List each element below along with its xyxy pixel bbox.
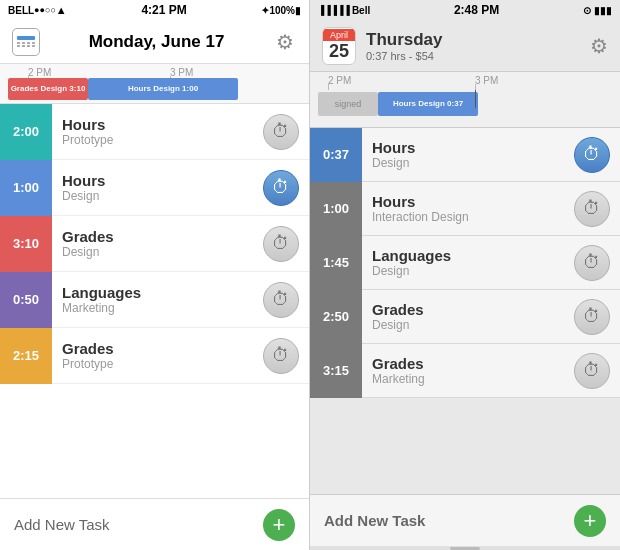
task-name-r5: Grades: [372, 355, 574, 372]
task-badge-2: 1:00: [0, 160, 52, 216]
date-badge: April 25: [322, 27, 356, 65]
tl-label-3pm-right: 3 PM: [475, 75, 498, 86]
tl-tick-right-1: [328, 84, 329, 90]
task-info-r3: Languages Design: [362, 247, 574, 278]
task-name-r2: Hours: [372, 193, 574, 210]
scrollbar-indicator: [310, 546, 620, 550]
date-title: Monday, June 17: [89, 32, 225, 52]
tl-signed: signed: [318, 92, 378, 116]
settings-icon-right: ⊙: [583, 5, 591, 16]
task-item-right[interactable]: 3:15 Grades Marketing ⏱: [310, 344, 620, 398]
task-name-r3: Languages: [372, 247, 574, 264]
task-info-r2: Hours Interaction Design: [362, 193, 574, 224]
task-sub-r5: Marketing: [372, 372, 574, 386]
tl-tick-3pm: [475, 90, 476, 108]
task-info-2: Hours Design: [52, 172, 263, 203]
battery-left: 100%: [269, 5, 295, 16]
cal-top: [17, 36, 35, 40]
clock-btn-4[interactable]: ⏱: [263, 282, 299, 318]
task-sub-3: Design: [62, 245, 263, 259]
task-name-2: Hours: [62, 172, 263, 189]
task-name-4: Languages: [62, 284, 263, 301]
task-badge-3: 3:10: [0, 216, 52, 272]
task-info-3: Grades Design: [52, 228, 263, 259]
task-item-right[interactable]: 1:45 Languages Design ⏱: [310, 236, 620, 290]
task-badge-1: 2:00: [0, 104, 52, 160]
time-right: 2:48 PM: [454, 3, 499, 17]
battery-right: ▮▮▮: [594, 5, 612, 16]
timeline-bar-left: 2 PM 3 PM Grades Design 3:10 Hours Desig…: [0, 64, 309, 104]
task-sub-r3: Design: [372, 264, 574, 278]
tl-event-hours-right: Hours Design 0:37: [378, 92, 478, 116]
day-name: Thursday: [366, 30, 580, 50]
clock-btn-r3[interactable]: ⏱: [574, 245, 610, 281]
task-sub-r4: Design: [372, 318, 574, 332]
clock-btn-2[interactable]: ⏱: [263, 170, 299, 206]
gear-icon-left[interactable]: ⚙: [273, 30, 297, 54]
task-item-right[interactable]: 2:50 Grades Design ⏱: [310, 290, 620, 344]
task-sub-1: Prototype: [62, 133, 263, 147]
task-item-right[interactable]: 0:37 Hours Design ⏱: [310, 128, 620, 182]
cal-grid: [17, 42, 36, 47]
tl-event-grades-left: Grades Design 3:10: [8, 78, 88, 100]
carrier-right: Bell: [352, 5, 370, 16]
left-panel: BELL ●●○○ ▲ 4:21 PM ✦ 100% ▮ Monday, Jun…: [0, 0, 310, 550]
task-item[interactable]: 2:00 Hours Prototype ⏱: [0, 104, 309, 160]
month: April: [323, 29, 355, 41]
task-name-5: Grades: [62, 340, 263, 357]
calendar-icon[interactable]: [12, 28, 40, 56]
tl-label-3pm-left: 3 PM: [170, 67, 193, 78]
task-name-3: Grades: [62, 228, 263, 245]
task-info-r5: Grades Marketing: [362, 355, 574, 386]
tl-event-hours-left: Hours Design 1:00: [88, 78, 238, 100]
task-badge-r5: 3:15: [310, 344, 362, 398]
task-item[interactable]: 0:50 Languages Marketing ⏱: [0, 272, 309, 328]
task-info-r1: Hours Design: [362, 139, 574, 170]
status-bar-left: BELL ●●○○ ▲ 4:21 PM ✦ 100% ▮: [0, 0, 309, 20]
add-task-label-right: Add New Task: [324, 512, 574, 529]
clock-btn-r2[interactable]: ⏱: [574, 191, 610, 227]
task-name-1: Hours: [62, 116, 263, 133]
header-right-info: Thursday 0:37 hrs - $54: [366, 30, 580, 62]
status-bar-right: ▐▐▐▐▐ Bell 2:48 PM ⊙ ▮▮▮: [310, 0, 620, 20]
task-sub-r1: Design: [372, 156, 574, 170]
time-left: 4:21 PM: [67, 3, 262, 17]
task-info-1: Hours Prototype: [52, 116, 263, 147]
task-item-right[interactable]: 1:00 Hours Interaction Design ⏱: [310, 182, 620, 236]
clock-btn-r1[interactable]: ⏱: [574, 137, 610, 173]
task-list-left: 2:00 Hours Prototype ⏱ 1:00 Hours Design…: [0, 104, 309, 498]
gear-icon-right[interactable]: ⚙: [590, 34, 608, 58]
clock-btn-r5[interactable]: ⏱: [574, 353, 610, 389]
task-item[interactable]: 3:10 Grades Design ⏱: [0, 216, 309, 272]
task-info-r4: Grades Design: [362, 301, 574, 332]
task-badge-r4: 2:50: [310, 290, 362, 344]
task-item[interactable]: 1:00 Hours Design ⏱: [0, 160, 309, 216]
clock-btn-r4[interactable]: ⏱: [574, 299, 610, 335]
task-info-4: Languages Marketing: [52, 284, 263, 315]
bluetooth-icon: ✦: [261, 5, 269, 16]
clock-btn-1[interactable]: ⏱: [263, 114, 299, 150]
carrier-left: BELL: [8, 5, 34, 16]
timeline-bar-right: 2 PM 3 PM signed Hours Design 0:37: [310, 72, 620, 128]
task-sub-4: Marketing: [62, 301, 263, 315]
task-badge-4: 0:50: [0, 272, 52, 328]
add-task-btn-right[interactable]: +: [574, 505, 606, 537]
add-new-task-right[interactable]: Add New Task +: [310, 494, 620, 546]
tl-label-2pm-left: 2 PM: [28, 67, 51, 78]
add-task-label-left: Add New Task: [14, 516, 263, 533]
task-sub-5: Prototype: [62, 357, 263, 371]
add-task-btn-left[interactable]: +: [263, 509, 295, 541]
task-badge-r1: 0:37: [310, 128, 362, 182]
add-new-task-left[interactable]: Add New Task +: [0, 498, 309, 550]
task-name-r4: Grades: [372, 301, 574, 318]
task-list-right: 0:37 Hours Design ⏱ 1:00 Hours Interacti…: [310, 128, 620, 494]
day-sub: 0:37 hrs - $54: [366, 50, 580, 62]
clock-btn-5[interactable]: ⏱: [263, 338, 299, 374]
task-name-r1: Hours: [372, 139, 574, 156]
header-left: Monday, June 17 ⚙: [0, 20, 309, 64]
task-item[interactable]: 2:15 Grades Prototype ⏱: [0, 328, 309, 384]
task-badge-r3: 1:45: [310, 236, 362, 290]
task-sub-r2: Interaction Design: [372, 210, 574, 224]
task-badge-5: 2:15: [0, 328, 52, 384]
clock-btn-3[interactable]: ⏱: [263, 226, 299, 262]
